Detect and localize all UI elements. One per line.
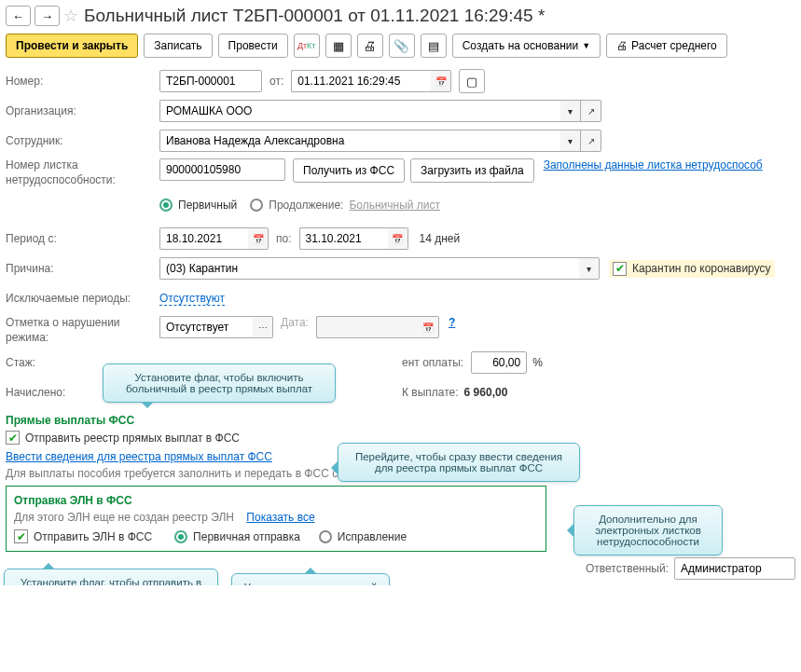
post-button[interactable]: Провести (218, 34, 288, 58)
toolbar: Провести и закрыть Записать Провести ДтК… (6, 34, 795, 58)
toolbar-icon-2[interactable]: ▤ (421, 34, 447, 58)
from-label: от: (269, 75, 283, 88)
get-from-fss-button[interactable]: Получить из ФСС (293, 158, 405, 183)
reason-label: Причина: (6, 262, 159, 275)
to-pay-label: К выплате: (402, 386, 459, 399)
eln-heading: Отправка ЭЛН в ФСС (14, 494, 538, 507)
violation-date-label: Дата: (281, 316, 309, 329)
toolbar-icon-1[interactable]: ▦ (325, 34, 352, 58)
employee-label: Сотрудник: (6, 134, 159, 147)
sheet-no-label: Номер листка нетрудоспособности: (6, 158, 159, 187)
primary-send-radio[interactable] (174, 530, 187, 543)
covid-label: Карантин по коронавирусу (632, 262, 771, 275)
eln-section: Отправка ЭЛН в ФСС Для этого ЭЛН еще не … (6, 486, 546, 552)
org-label: Организация: (6, 104, 159, 117)
continuation-link[interactable]: Больничный лист (349, 199, 440, 212)
create-based-button[interactable]: Создать на основании ▼ (452, 34, 601, 58)
violation-input[interactable] (159, 316, 253, 338)
calc-average-button[interactable]: 🖨 Расчет среднего (606, 34, 727, 58)
send-eln-checkbox[interactable] (14, 529, 28, 543)
eln-subtext: Для этого ЭЛН еще не создан реестр ЭЛН (14, 511, 234, 524)
days-count: 14 дней (420, 232, 461, 245)
period-to-input[interactable] (299, 227, 388, 250)
responsible-input[interactable] (674, 557, 795, 580)
callout-registry-flag: Установите флаг, чтобы включить больничн… (103, 363, 336, 403)
open-icon[interactable]: ↗ (581, 100, 601, 122)
correction-radio[interactable] (319, 530, 332, 543)
period-from-input[interactable] (159, 227, 248, 250)
print-icon[interactable]: 🖨 (357, 34, 383, 58)
number-label: Номер: (6, 75, 159, 88)
chevron-down-icon[interactable]: ▾ (560, 100, 581, 122)
chevron-down-icon[interactable]: ▾ (560, 130, 581, 152)
violation-date-input (316, 316, 419, 338)
callout-eln-flag: Установите флаг, чтобы отправить в ФСС п… (4, 569, 218, 585)
chevron-down-icon[interactable]: ▾ (579, 257, 600, 280)
debit-credit-icon[interactable]: ДтКт (294, 34, 320, 58)
callout-eln-extra: Дополнительно для электронных листков не… (573, 505, 723, 555)
filled-data-link[interactable]: Заполнены данные листка нетрудоспособ (544, 158, 763, 171)
forward-button[interactable]: → (35, 6, 60, 26)
calendar-icon[interactable]: 📅 (248, 227, 269, 250)
primary-send-label: Первичная отправка (193, 530, 300, 543)
ellipsis-icon[interactable]: ⋯ (253, 316, 273, 338)
to-pay-value: 6 960,00 (464, 386, 508, 399)
enter-registry-info-link[interactable]: Ввести сведения для реестра прямых выпла… (6, 450, 272, 463)
send-registry-label: Отправить реестр прямых выплат в ФСС (25, 432, 240, 445)
continuation-label: Продолжение: (269, 199, 343, 212)
paperclip-icon[interactable]: 📎 (389, 34, 415, 58)
back-button[interactable]: ← (6, 6, 31, 26)
save-button[interactable]: Записать (144, 34, 212, 58)
calendar-icon[interactable]: 📅 (388, 227, 408, 250)
callout-enter-info: Перейдите, чтобы сразу ввести сведения д… (338, 443, 580, 482)
open-icon[interactable]: ↗ (581, 130, 601, 152)
sheet-no-input[interactable] (159, 158, 285, 181)
direct-payments-heading: Прямые выплаты ФСС (6, 414, 795, 427)
covid-checkbox[interactable] (613, 262, 627, 276)
calendar-icon[interactable]: 📅 (431, 70, 451, 92)
help-link[interactable]: ? (449, 316, 455, 329)
favorite-star-icon[interactable]: ☆ (63, 6, 78, 26)
calendar-icon[interactable]: 📅 (419, 316, 439, 338)
reason-input[interactable] (159, 257, 579, 280)
date-input[interactable] (291, 70, 431, 92)
callout-primary-send: Установите при первичной отправке в ФСС (231, 573, 390, 585)
number-input[interactable] (159, 70, 262, 92)
violation-label: Отметка о нарушении режима: (6, 316, 159, 345)
post-and-close-button[interactable]: Провести и закрыть (6, 34, 138, 58)
pct-symbol: % (532, 356, 543, 369)
primary-label: Первичный (178, 199, 237, 212)
title-bar: ← → ☆ Больничный лист Т2БП-000001 от 01.… (6, 6, 795, 26)
form-body: Номер: от: 📅 ▢ Организация: ▾ ↗ Сотрудни… (6, 69, 795, 580)
payment-label: ент оплаты: (402, 356, 463, 369)
period-to-label: по: (276, 232, 292, 245)
continuation-radio[interactable] (250, 199, 263, 212)
correction-label: Исправление (338, 530, 407, 543)
send-registry-checkbox[interactable] (6, 431, 20, 445)
org-input[interactable] (159, 100, 560, 122)
primary-radio[interactable] (159, 199, 173, 212)
show-all-link[interactable]: Показать все (246, 511, 314, 524)
load-from-file-button[interactable]: Загрузить из файла (410, 158, 534, 183)
doc-status-icon[interactable]: ▢ (459, 69, 485, 93)
period-label: Период с: (6, 232, 159, 245)
responsible-label: Ответственный: (586, 562, 669, 575)
send-eln-label: Отправить ЭЛН в ФСС (34, 530, 152, 543)
payment-pct-input[interactable] (471, 351, 527, 374)
excluded-label: Исключаемые периоды: (6, 292, 159, 305)
excluded-link[interactable]: Отсутствуют (159, 292, 225, 306)
employee-input[interactable] (159, 130, 560, 152)
page-title: Больничный лист Т2БП-000001 от 01.11.202… (84, 6, 545, 26)
